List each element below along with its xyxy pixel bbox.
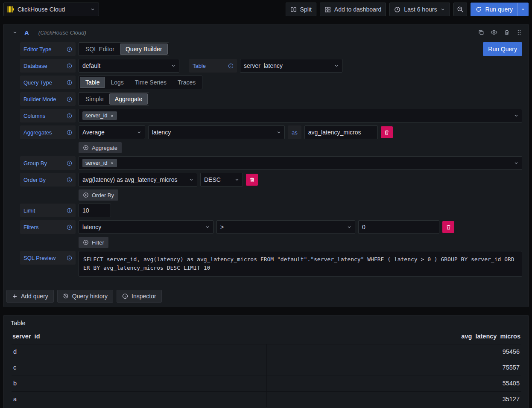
filter-value-input[interactable] [358, 220, 439, 234]
query-editor-panel: A (ClickHouse Cloud) [3, 24, 529, 307]
editor-type-label: Editor Type [20, 42, 76, 56]
split-label: Split [300, 6, 312, 13]
query-ref-id[interactable]: A [24, 29, 29, 36]
limit-input[interactable] [79, 204, 111, 217]
group-by-multiselect[interactable]: server_id [79, 156, 522, 170]
run-query-dropdown[interactable] [518, 3, 528, 16]
filters-row: Filters latency > [20, 220, 522, 234]
dashboard-grid-icon [324, 6, 331, 13]
add-to-dashboard-button[interactable]: Add to dashboard [320, 3, 386, 16]
info-icon[interactable] [67, 208, 72, 213]
chevron-down-icon [137, 130, 142, 135]
aggregate-function-select[interactable]: Average [79, 125, 145, 139]
column-header-server-id[interactable]: server_id [12, 329, 266, 344]
filters-label: Filters [20, 220, 76, 234]
chevron-down-icon [334, 63, 339, 68]
editor-type-option-sql-editor[interactable]: SQL Editor [80, 44, 120, 55]
info-icon[interactable] [67, 47, 72, 52]
query-builder-form: Editor Type SQL Editor Query Builder Run… [4, 41, 528, 284]
trash-icon [446, 224, 451, 230]
add-filter-button[interactable]: Filter [79, 237, 108, 248]
duplicate-query-icon[interactable] [478, 29, 484, 35]
remove-aggregate-button[interactable] [381, 126, 393, 138]
info-icon[interactable] [228, 63, 234, 69]
group-by-value-chip: server_id [82, 159, 117, 167]
sql-preview-row: SQL Preview SELECT server_id, avg(latenc… [20, 251, 522, 277]
info-icon[interactable] [67, 255, 72, 261]
cell-server-id: a [12, 392, 266, 407]
run-query-button[interactable]: Run query [471, 3, 529, 16]
delete-query-icon[interactable] [504, 29, 510, 35]
query-type-option-traces[interactable]: Traces [172, 77, 201, 88]
chevron-down-icon [514, 113, 519, 118]
filter-operator-select[interactable]: > [216, 220, 355, 234]
inspector-button[interactable]: Inspector [117, 290, 162, 303]
info-icon[interactable] [67, 80, 72, 85]
query-type-option-logs[interactable]: Logs [105, 77, 129, 88]
explore-footer-actions: Add query Query history Inspector [4, 284, 528, 307]
cell-server-id: d [12, 344, 266, 360]
editor-type-option-query-builder[interactable]: Query Builder [120, 44, 168, 55]
table-row: b 55405 [12, 376, 521, 391]
zoom-out-icon [457, 6, 464, 13]
builder-mode-option-simple[interactable]: Simple [80, 93, 109, 105]
aggregate-alias-input[interactable] [304, 125, 378, 139]
collapse-chevron-icon[interactable] [12, 30, 18, 35]
info-icon[interactable] [67, 63, 72, 69]
sql-preview-label: SQL Preview [20, 251, 76, 265]
remove-chip-icon[interactable] [110, 114, 114, 118]
split-button[interactable]: Split [286, 3, 316, 16]
order-by-column-select[interactable]: avg(latency) as avg_latency_micros [79, 173, 197, 187]
plus-icon [12, 294, 18, 299]
time-range-picker[interactable]: Last 6 hours [389, 3, 450, 16]
add-order-by-button[interactable]: Order By [79, 189, 118, 201]
info-icon[interactable] [67, 130, 72, 135]
datasource-hint: (ClickHouse Cloud) [38, 29, 86, 36]
chevron-down-icon [276, 130, 281, 135]
plus-circle-icon [83, 192, 89, 198]
remove-order-by-button[interactable] [246, 174, 258, 186]
remove-filter-button[interactable] [442, 221, 454, 233]
add-to-dashboard-label: Add to dashboard [334, 6, 382, 13]
remove-chip-icon[interactable] [110, 161, 114, 165]
builder-mode-row: Builder Mode Simple Aggregate [20, 92, 522, 106]
info-icon[interactable] [67, 96, 72, 102]
plus-circle-icon [83, 239, 89, 245]
column-header-avg-latency[interactable]: avg_latency_micros [266, 329, 521, 344]
info-icon[interactable] [67, 177, 72, 183]
info-icon[interactable] [67, 113, 72, 119]
toolbar: ClickHouse Cloud Split Add to dashboard [0, 0, 532, 19]
table-header-row: server_id avg_latency_micros [12, 329, 521, 344]
query-history-button[interactable]: Query history [57, 290, 113, 303]
history-icon [63, 293, 69, 299]
sql-preview-code: SELECT server_id, avg(latency) as avg_la… [79, 251, 522, 277]
table-select[interactable]: server_latency [240, 59, 342, 73]
run-query-inline-button[interactable]: Run Query [483, 42, 522, 56]
datasource-picker[interactable]: ClickHouse Cloud [3, 3, 99, 16]
table-label: Table [189, 59, 237, 73]
aggregate-column-select[interactable]: latency [148, 125, 285, 139]
info-icon[interactable] [67, 224, 72, 230]
zoom-out-button[interactable] [453, 3, 467, 16]
toolbar-actions: Split Add to dashboard Last 6 hours [286, 3, 529, 16]
query-type-option-time-series[interactable]: Time Series [129, 77, 172, 88]
columns-multiselect[interactable]: server_id [79, 109, 522, 122]
cell-avg-latency: 75557 [266, 360, 521, 376]
drag-handle-grip-icon[interactable] [516, 29, 522, 35]
cell-avg-latency: 95456 [266, 344, 521, 360]
add-aggregate-row: Aggregate [20, 142, 522, 153]
trash-icon [384, 130, 389, 135]
add-query-button[interactable]: Add query [6, 290, 54, 303]
add-order-by-row: Order By [20, 189, 522, 201]
info-icon[interactable] [67, 160, 72, 166]
builder-mode-option-aggregate[interactable]: Aggregate [109, 93, 148, 105]
order-by-direction-select[interactable]: DESC [200, 173, 243, 187]
database-select[interactable]: default [79, 59, 179, 73]
aggregates-label: Aggregates [20, 125, 76, 139]
database-label: Database [20, 59, 76, 73]
query-type-option-table[interactable]: Table [80, 77, 105, 88]
add-aggregate-button[interactable]: Aggregate [79, 142, 122, 153]
filter-column-select[interactable]: latency [79, 220, 213, 234]
hide-query-eye-icon[interactable] [491, 29, 497, 36]
chevron-down-icon [347, 224, 352, 230]
